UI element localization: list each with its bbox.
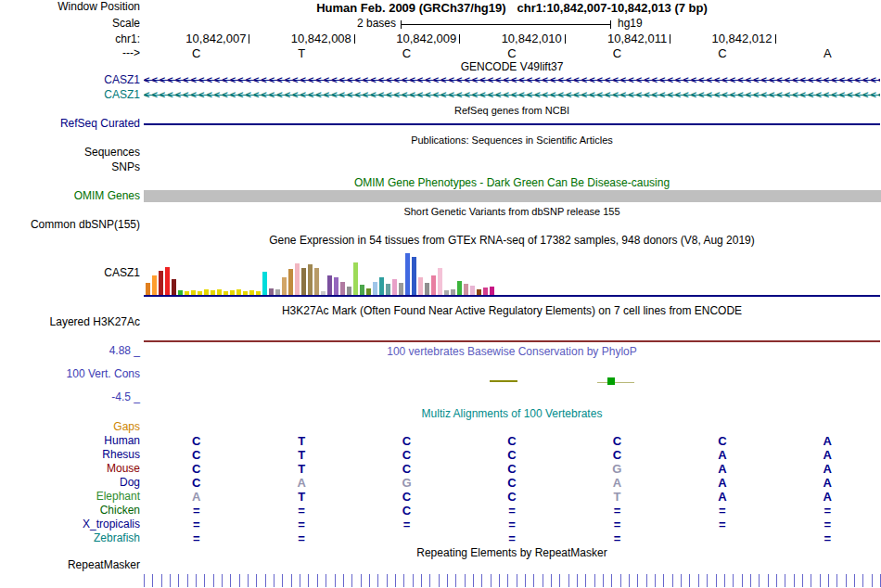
alignment-base: = [614, 532, 621, 544]
bottom-ruler-tick [872, 574, 873, 587]
bottom-ruler-tick [361, 574, 362, 587]
alignment-base: C [402, 463, 411, 475]
bottom-ruler-tick [655, 574, 656, 587]
scale-bar-left-tick [401, 20, 402, 29]
h3k27ac-label[interactable]: Layered H3K27Ac [0, 316, 140, 328]
gtex-bar [405, 253, 410, 295]
coordinate-tick [775, 34, 776, 44]
refseq-curated-label[interactable]: RefSeq Curated [0, 118, 140, 130]
bottom-ruler-tick [551, 574, 552, 587]
gtex-bar [327, 275, 332, 295]
gene-label-casz1-1[interactable]: CASZ1 [0, 74, 140, 86]
scale-label: Scale [0, 18, 140, 30]
species-label-chicken[interactable]: Chicken [0, 505, 140, 517]
alignment-base: C [718, 435, 726, 447]
omim-gene-bar[interactable] [144, 190, 881, 202]
species-label-dog[interactable]: Dog [0, 477, 140, 489]
bottom-ruler-tick [481, 574, 482, 587]
bottom-ruler-tick [152, 574, 153, 587]
gene-label-casz1-2[interactable]: CASZ1 [0, 89, 140, 101]
bottom-ruler-tick [204, 574, 205, 587]
bottom-ruler-tick [828, 574, 829, 587]
species-label-gaps[interactable]: Gaps [0, 421, 140, 433]
alignment-base: C [192, 435, 200, 447]
alignment-base: C [402, 505, 411, 517]
bottom-ruler-tick [846, 574, 847, 587]
snps-label[interactable]: SNPs [0, 161, 140, 173]
bottom-ruler-tick [230, 574, 231, 587]
alignment-base: = [193, 518, 200, 530]
species-label-x_tropicalis[interactable]: X_tropicalis [0, 518, 140, 530]
species-label-zebrafish[interactable]: Zebrafish [0, 532, 140, 544]
alignment-base: C [507, 477, 516, 489]
gtex-bar [256, 291, 261, 295]
bottom-ruler-tick [308, 574, 309, 587]
coordinate-tick [459, 34, 460, 44]
bottom-ruler-tick [517, 574, 517, 587]
gtex-bar [425, 283, 429, 295]
gtex-bar [451, 289, 455, 295]
assembly-title: Human Feb. 2009 (GRCh37/hg19) [316, 1, 505, 15]
species-label-human[interactable]: Human [0, 435, 140, 447]
gtex-bar [314, 268, 319, 295]
gtex-bar [418, 277, 423, 295]
alignment-base: = [614, 505, 621, 517]
alignment-base: C [613, 449, 621, 461]
bottom-ruler-tick [413, 574, 414, 587]
species-label-elephant[interactable]: Elephant [0, 491, 140, 503]
bottom-ruler-tick [274, 574, 275, 587]
bottom-ruler-tick [491, 574, 492, 587]
gtex-bar [392, 279, 397, 295]
bottom-ruler-tick [637, 574, 638, 587]
gtex-bar [243, 291, 248, 295]
alignment-base: C [192, 477, 200, 489]
conservation-signal-line [597, 382, 634, 383]
alignment-base: T [613, 491, 620, 503]
species-label-mouse[interactable]: Mouse [0, 463, 140, 475]
species-label-rhesus[interactable]: Rhesus [0, 449, 140, 461]
coordinate-label: 10,842,008 [291, 33, 351, 45]
bottom-ruler-tick [256, 574, 257, 587]
bottom-ruler-tick [291, 574, 292, 587]
gtex-bar [483, 288, 488, 295]
bottom-ruler-tick [672, 574, 673, 587]
alignment-base: A [718, 449, 726, 461]
bottom-ruler-tick [455, 574, 456, 587]
alignment-base: C [507, 435, 516, 447]
conservation-signal-peak [607, 377, 615, 385]
alignment-base: A [824, 435, 832, 447]
sequences-label[interactable]: Sequences [0, 147, 140, 159]
omim-genes-label[interactable]: OMIM Genes [0, 190, 140, 202]
bottom-ruler-tick [594, 574, 595, 587]
phylop-label[interactable]: 100 Vert. Cons [0, 368, 140, 380]
alignment-base: = [824, 518, 831, 530]
repeatmasker-label[interactable]: RepeatMasker [0, 559, 140, 571]
gtex-gene-label[interactable]: CASZ1 [0, 267, 140, 279]
gtex-bar [165, 267, 170, 295]
gtex-bar [152, 275, 157, 295]
refseq-gene-bar[interactable] [144, 123, 880, 125]
alignment-base: T [298, 491, 305, 503]
alignment-base: = [193, 505, 200, 517]
bottom-ruler-tick [716, 574, 717, 587]
dbsnp-label[interactable]: Common dbSNP(155) [0, 219, 140, 231]
gtex-bar [431, 275, 436, 295]
bottom-ruler-tick [525, 574, 526, 587]
bottom-ruler-tick [196, 574, 197, 587]
scale-bar [401, 24, 611, 25]
bottom-ruler-tick [698, 574, 699, 587]
repeatmasker-track-title: Repeating Elements by RepeatMasker [144, 547, 880, 559]
bottom-ruler-tick [750, 574, 751, 587]
alignment-base: = [508, 505, 516, 517]
coordinate-tick [670, 34, 670, 44]
alignment-base: = [298, 532, 305, 544]
scale-value: 2 bases [357, 18, 396, 30]
alignment-base: = [719, 518, 726, 530]
bottom-ruler-tick [724, 574, 725, 587]
publications-track-title: Publications: Sequences in Scientific Ar… [144, 134, 880, 147]
multiz-track-title: Multiz Alignments of 100 Vertebrates [144, 408, 880, 420]
bottom-ruler-tick [733, 574, 734, 587]
omim-track-title: OMIM Gene Phenotypes - Dark Green Can Be… [144, 177, 880, 189]
gtex-bar [470, 286, 475, 295]
scale-bar-right-tick [610, 20, 611, 29]
